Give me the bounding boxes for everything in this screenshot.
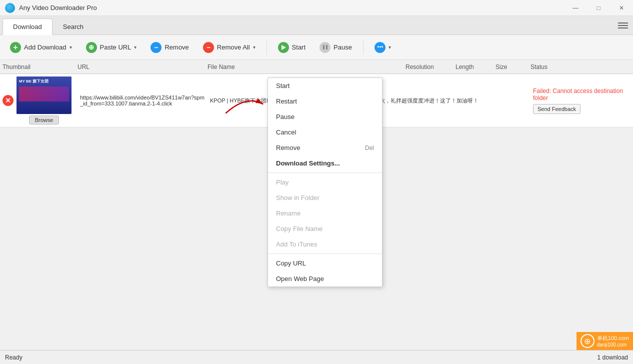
remove-all-icon: −	[203, 42, 214, 53]
paste-url-icon: ⊕	[86, 42, 97, 53]
app-title: Any Video Downloader Pro	[19, 4, 97, 12]
pause-button[interactable]: Pause	[314, 39, 357, 56]
menu-label-start: Start	[276, 82, 290, 90]
title-bar: Any Video Downloader Pro — □ ✕	[0, 0, 633, 16]
menu-item-open_web_page[interactable]: Open Web Page	[268, 271, 382, 286]
thumbnail-wrapper: MY BE 旗下女团 Browse	[16, 76, 72, 124]
app-icon	[5, 3, 15, 13]
watermark-domain: danji100.com	[597, 342, 629, 348]
url-cell: https://www.bilibili.com/video/BV1ZS411w…	[78, 94, 208, 106]
watermark: ⊕ 单机100.com danji100.com	[576, 332, 633, 350]
more-button[interactable]: ··· ▾	[370, 39, 396, 56]
table-header: Thumbnail URL File Name Resolution Lengt…	[0, 60, 633, 74]
menu-label-remove: Remove	[276, 144, 300, 152]
toolbar-divider-2	[363, 40, 364, 54]
remove-icon: −	[150, 42, 162, 53]
maximize-button[interactable]: □	[587, 0, 610, 16]
start-button[interactable]: Start	[273, 39, 310, 56]
start-icon	[278, 42, 289, 53]
menu-label-copy_file_name: Copy File Name	[276, 225, 322, 232]
more-dropdown-arrow: ▾	[388, 44, 391, 50]
menu-label-restart: Restart	[276, 98, 297, 105]
col-length: Length	[456, 64, 496, 70]
col-status: Status	[530, 64, 630, 70]
menu-label-add_to_itunes: Add To iTunes	[276, 240, 317, 248]
add-download-dropdown-arrow: ▾	[70, 44, 72, 50]
watermark-icon: ⊕	[580, 334, 594, 348]
menu-item-start[interactable]: Start	[268, 78, 382, 94]
tab-download[interactable]: Download	[2, 18, 52, 35]
context-menu: StartRestartPauseCancelRemoveDelDownload…	[268, 78, 382, 287]
menu-item-download_settings[interactable]: Download Settings...	[268, 156, 382, 171]
menu-item-pause[interactable]: Pause	[268, 109, 382, 124]
error-icon[interactable]: ✕	[2, 95, 14, 106]
menu-item-copy_file_name: Copy File Name	[268, 221, 382, 236]
menu-label-pause: Pause	[276, 113, 294, 120]
download-count: 1 download	[598, 354, 628, 361]
menu-separator	[268, 172, 382, 173]
menu-item-add_to_itunes: Add To iTunes	[268, 236, 382, 252]
menu-label-rename: Rename	[276, 210, 300, 217]
add-download-button[interactable]: + Add Download ▾	[5, 39, 77, 56]
thumbnail-cell: ✕ MY BE 旗下女团 Browse	[2, 76, 78, 124]
pause-icon	[320, 42, 330, 53]
toolbar: + Add Download ▾ ⊕ Paste URL ▾ − Remove …	[0, 35, 633, 60]
col-thumbnail: Thumbnail	[2, 64, 78, 70]
tab-bar: Download Search	[0, 16, 633, 35]
remove-all-button[interactable]: − Remove All ▾	[198, 39, 260, 56]
status-bar: Ready 1 download	[0, 350, 633, 364]
status-text: Ready	[5, 354, 22, 361]
minimize-button[interactable]: —	[564, 0, 587, 16]
col-size: Size	[496, 64, 530, 70]
menu-label-download_settings: Download Settings...	[276, 160, 340, 167]
browse-button[interactable]: Browse	[29, 116, 59, 124]
thumbnail-image: MY BE 旗下女团	[16, 76, 72, 114]
status-cell: Failed: Cannot access destination folder…	[530, 88, 630, 114]
menu-item-cancel[interactable]: Cancel	[268, 124, 382, 140]
menu-item-show_in_folder: Show in Folder	[268, 190, 382, 206]
menu-item-play: Play	[268, 174, 382, 190]
col-filename: File Name	[208, 64, 406, 70]
col-resolution: Resolution	[406, 64, 456, 70]
window-controls: — □ ✕	[564, 0, 633, 16]
remove-button[interactable]: − Remove	[146, 39, 194, 56]
send-feedback-button[interactable]: Send Feedback	[533, 104, 580, 114]
paste-url-dropdown-arrow: ▾	[134, 44, 136, 50]
menu-separator	[268, 254, 382, 254]
menu-item-remove[interactable]: RemoveDel	[268, 140, 382, 156]
menu-item-rename: Rename	[268, 206, 382, 221]
menu-shortcut-remove: Del	[365, 144, 374, 152]
menu-item-copy_url[interactable]: Copy URL	[268, 256, 382, 271]
close-button[interactable]: ✕	[610, 0, 633, 16]
tab-search[interactable]: Search	[52, 18, 94, 34]
remove-all-dropdown-arrow: ▾	[253, 44, 256, 50]
menu-label-show_in_folder: Show in Folder	[276, 194, 320, 202]
paste-url-button[interactable]: ⊕ Paste URL ▾	[81, 39, 142, 56]
menu-label-open_web_page: Open Web Page	[276, 275, 324, 282]
col-url: URL	[78, 64, 208, 70]
hamburger-menu[interactable]	[618, 22, 628, 28]
menu-label-play: Play	[276, 178, 288, 186]
menu-label-copy_url: Copy URL	[276, 260, 306, 267]
add-download-icon: +	[10, 42, 21, 53]
toolbar-divider-1	[266, 40, 267, 54]
menu-label-cancel: Cancel	[276, 128, 296, 136]
watermark-site: 单机100.com	[597, 334, 629, 342]
thumbnail: MY BE 旗下女团	[16, 76, 72, 114]
more-icon: ···	[374, 42, 386, 53]
menu-item-restart[interactable]: Restart	[268, 94, 382, 109]
arrow-indicator	[222, 92, 272, 119]
